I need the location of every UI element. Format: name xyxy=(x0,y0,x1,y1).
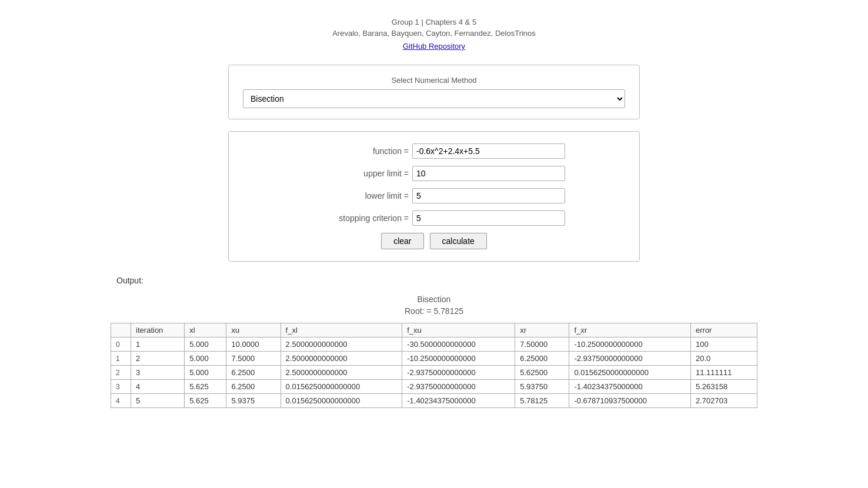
cell-f-xu: -2.93750000000000 xyxy=(402,366,515,380)
group-title: Group 1 | Chapters 4 & 5 xyxy=(12,18,856,26)
function-input[interactable] xyxy=(412,143,565,159)
function-row: function = xyxy=(243,143,625,159)
cell-error: 20.0 xyxy=(691,352,757,366)
row-num: 4 xyxy=(111,394,131,408)
cell-xr: 6.25000 xyxy=(515,352,569,366)
lower-limit-input[interactable] xyxy=(412,188,565,203)
cell-f-xu: -2.93750000000000 xyxy=(402,380,515,394)
cell-xu: 5.9375 xyxy=(226,394,281,408)
th-error: error xyxy=(691,323,757,337)
output-section: Output: Bisection Root: = 5.78125 iterat… xyxy=(111,276,757,408)
output-label: Output: xyxy=(111,276,757,285)
cell-f-xr: -0.678710937500000 xyxy=(569,394,691,408)
cell-iteration: 3 xyxy=(131,366,185,380)
cell-iteration: 4 xyxy=(131,380,185,394)
th-empty xyxy=(111,323,131,337)
table-row: 0 1 5.000 10.0000 2.5000000000000 -30.50… xyxy=(111,337,757,352)
result-method-name: Bisection xyxy=(111,295,757,304)
cell-iteration: 2 xyxy=(131,352,185,366)
cell-xu: 6.2500 xyxy=(226,366,281,380)
cell-xl: 5.000 xyxy=(185,352,226,366)
th-f-xu: f_xu xyxy=(402,323,515,337)
method-selector-card: Select Numerical Method Bisection Newton… xyxy=(228,65,640,119)
inputs-card: function = upper limit = lower limit = s… xyxy=(228,131,640,262)
cell-f-xr: -10.2500000000000 xyxy=(569,337,691,352)
row-num: 2 xyxy=(111,366,131,380)
method-selector-label: Select Numerical Method xyxy=(243,76,625,85)
upper-limit-input[interactable] xyxy=(412,166,565,181)
th-f-xl: f_xl xyxy=(281,323,402,337)
cell-f-xu: -1.40234375000000 xyxy=(402,394,515,408)
lower-limit-label: lower limit = xyxy=(303,191,409,200)
cell-f-xl: 2.5000000000000 xyxy=(281,352,402,366)
result-table: iteration xl xu f_xl f_xu xr f_xr error … xyxy=(111,323,757,408)
cell-f-xu: -30.5000000000000 xyxy=(402,337,515,352)
authors-text: Arevalo, Barana, Bayquen, Cayton, Fernan… xyxy=(12,29,856,38)
table-row: 4 5 5.625 5.9375 0.0156250000000000 -1.4… xyxy=(111,394,757,408)
cell-xr: 7.50000 xyxy=(515,337,569,352)
table-row: 2 3 5.000 6.2500 2.5000000000000 -2.9375… xyxy=(111,366,757,380)
row-num: 3 xyxy=(111,380,131,394)
cell-error: 2.702703 xyxy=(691,394,757,408)
th-f-xr: f_xr xyxy=(569,323,691,337)
cell-f-xr: -2.93750000000000 xyxy=(569,352,691,366)
clear-button[interactable]: clear xyxy=(381,233,423,249)
cell-error: 100 xyxy=(691,337,757,352)
upper-limit-label: upper limit = xyxy=(303,169,409,178)
upper-limit-row: upper limit = xyxy=(243,166,625,181)
cell-xr: 5.93750 xyxy=(515,380,569,394)
cell-f-xr: 0.0156250000000000 xyxy=(569,366,691,380)
cell-f-xl: 2.5000000000000 xyxy=(281,366,402,380)
cell-f-xl: 2.5000000000000 xyxy=(281,337,402,352)
cell-xr: 5.78125 xyxy=(515,394,569,408)
stopping-criterion-label: stopping criterion = xyxy=(303,213,409,223)
cell-xl: 5.000 xyxy=(185,366,226,380)
lower-limit-row: lower limit = xyxy=(243,188,625,203)
row-num: 1 xyxy=(111,352,131,366)
calculate-button[interactable]: calculate xyxy=(430,233,487,249)
cell-f-xl: 0.0156250000000000 xyxy=(281,394,402,408)
cell-xu: 10.0000 xyxy=(226,337,281,352)
cell-iteration: 1 xyxy=(131,337,185,352)
cell-error: 11.111111 xyxy=(691,366,757,380)
github-link[interactable]: GitHub Repository xyxy=(403,42,465,51)
cell-f-xr: -1.40234375000000 xyxy=(569,380,691,394)
th-xr: xr xyxy=(515,323,569,337)
cell-xu: 6.2500 xyxy=(226,380,281,394)
th-xl: xl xyxy=(185,323,226,337)
cell-xr: 5.62500 xyxy=(515,366,569,380)
cell-f-xl: 0.0156250000000000 xyxy=(281,380,402,394)
table-row: 1 2 5.000 7.5000 2.5000000000000 -10.250… xyxy=(111,352,757,366)
cell-xl: 5.625 xyxy=(185,380,226,394)
buttons-row: clear calculate xyxy=(243,233,625,249)
table-row: 3 4 5.625 6.2500 0.0156250000000000 -2.9… xyxy=(111,380,757,394)
th-iteration: iteration xyxy=(131,323,185,337)
header: Group 1 | Chapters 4 & 5 Arevalo, Barana… xyxy=(12,18,856,51)
stopping-criterion-row: stopping criterion = xyxy=(243,210,625,226)
cell-xu: 7.5000 xyxy=(226,352,281,366)
result-root: Root: = 5.78125 xyxy=(111,306,757,316)
cell-xl: 5.000 xyxy=(185,337,226,352)
cell-iteration: 5 xyxy=(131,394,185,408)
stopping-criterion-input[interactable] xyxy=(412,210,565,226)
function-label: function = xyxy=(303,146,409,156)
cell-error: 5.263158 xyxy=(691,380,757,394)
th-xu: xu xyxy=(226,323,281,337)
cell-xl: 5.625 xyxy=(185,394,226,408)
cell-f-xu: -10.2500000000000 xyxy=(402,352,515,366)
row-num: 0 xyxy=(111,337,131,352)
table-header-row: iteration xl xu f_xl f_xu xr f_xr error xyxy=(111,323,757,337)
method-select[interactable]: Bisection Newton-Raphson Secant False Po… xyxy=(243,89,625,108)
